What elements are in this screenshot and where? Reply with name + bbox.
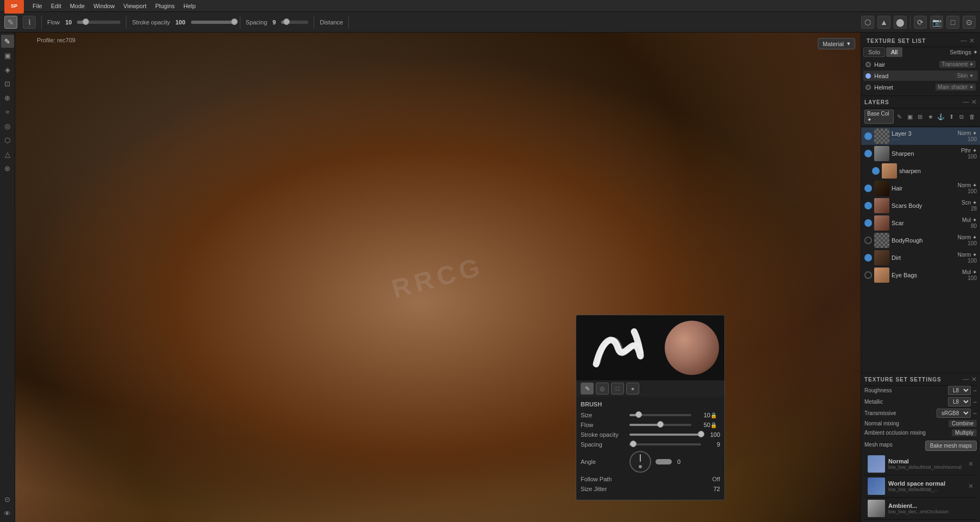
layer-item[interactable]: Hair Norm ✦ 100 [861,180,980,197]
stroke-opacity-slider[interactable] [629,434,701,436]
tool-viewer[interactable]: 👁 [1,507,14,520]
size-lock-icon[interactable]: 🔒 [710,412,720,418]
flow-lock-icon[interactable]: 🔒 [710,422,720,428]
tool-clone[interactable]: ⊕ [1,91,14,104]
layer-item[interactable]: Sharpen Pthr ✦ 100 [861,145,980,162]
tool-texcoord[interactable]: ⊛ [1,162,14,175]
layer-visibility-toggle[interactable] [872,167,880,175]
menu-edit[interactable]: Edit [51,3,61,9]
ws-normal-map-close-btn[interactable]: ✕ [968,482,973,490]
layer-blend[interactable]: Norm ✦ [958,252,977,258]
layer-group-btn[interactable]: ⊞ [915,111,925,122]
camera-btn[interactable]: 📷 [930,16,943,29]
bake-mesh-maps-btn[interactable]: Bake mesh maps [925,441,977,451]
spacing-slider[interactable] [281,21,308,24]
layer-item[interactable]: Eye Bags Mul ✦ 100 [861,266,980,284]
tss-minimize-btn[interactable]: — [963,375,969,383]
brush-tab-square[interactable]: □ [611,383,624,394]
angle-dial[interactable] [629,451,651,473]
layer-opacity[interactable]: 100 [962,275,977,281]
tss-close-btn[interactable]: ✕ [971,375,977,383]
metallic-minus-btn[interactable]: − [973,398,977,406]
layer-opacity[interactable]: 100 [958,240,977,246]
layer-import-btn[interactable]: ⬆ [947,111,956,122]
layer-visibility-toggle[interactable] [864,202,872,209]
layer-blend[interactable]: Pthr ✦ [961,148,977,154]
layer-add-fill-btn[interactable]: ▣ [905,111,914,122]
layer-anchor-btn[interactable]: ⚓ [936,111,945,122]
menu-viewport[interactable]: Viewport [123,3,147,9]
layer-opacity[interactable]: 80 [962,223,977,229]
normal-mixing-value[interactable]: Combine [949,420,977,427]
menu-mode[interactable]: Mode [70,3,85,9]
tab-solo[interactable]: Solo [863,47,885,57]
layer-blend[interactable]: Norm ✦ [958,234,977,240]
layer-item[interactable]: Dirt Norm ✦ 100 [861,249,980,266]
roughness-minus-btn[interactable]: − [973,387,977,394]
layer-blend[interactable]: Norm ✦ [958,182,977,188]
spacing-slider[interactable] [629,443,701,445]
texture-set-helmet[interactable]: Helmet Main shader ✦ [863,82,978,92]
size-slider[interactable] [629,414,691,416]
brush-tool-btn[interactable]: ✎ [4,16,17,29]
brush-tab-circle[interactable]: ● [626,383,639,394]
layer-item[interactable]: sharpen [861,162,980,180]
render-btn[interactable]: ⟳ [914,16,927,29]
transmissive-minus-btn[interactable]: − [973,410,977,417]
layer-blend[interactable]: Norm ✦ [958,130,977,136]
layer-opacity[interactable]: 100 [961,154,977,160]
material-dropdown[interactable]: Material ▾ [818,38,855,49]
menu-file[interactable]: File [33,3,42,9]
tsl-close-btn[interactable]: ✕ [969,37,975,44]
layer-filter[interactable]: Base Col ✦ [864,110,894,124]
tool-erase[interactable]: ◎ [1,119,14,132]
smudge-tool-btn[interactable]: ⌇ [23,16,36,29]
tsl-settings-btn[interactable]: Settings ✦ [950,49,978,56]
layer-opacity[interactable]: 28 [962,206,977,212]
texture-set-hair[interactable]: Hair Transarent ✦ [863,59,978,69]
ao-mixing-value[interactable]: Multiply [952,429,977,436]
menu-help[interactable]: Help [183,3,196,9]
layer-visibility-toggle[interactable] [864,271,872,279]
layer-add-paint-btn[interactable]: ✎ [895,111,904,122]
layer-opacity[interactable]: 100 [958,188,977,194]
icon-btn-2[interactable]: ▲ [877,16,890,29]
layer-visibility-toggle[interactable] [864,150,872,157]
metallic-select[interactable]: L8 [948,397,971,406]
layer-item[interactable]: BodyRough Norm ✦ 100 [861,232,980,249]
tool-smear[interactable]: ≈ [1,105,14,118]
tool-picker[interactable]: ⊙ [1,493,14,506]
layer-opacity[interactable]: 100 [958,258,977,264]
layer-blend[interactable]: Mul ✦ [962,269,977,275]
tool-select[interactable]: ⬡ [1,133,14,147]
roughness-select[interactable]: L8 [948,386,971,395]
texture-set-head[interactable]: Head Skin ✦ [863,71,978,81]
tool-geometry[interactable]: △ [1,148,14,161]
flow-slider[interactable] [77,21,120,24]
layers-close-btn[interactable]: ✕ [971,98,977,106]
menu-window[interactable]: Window [93,3,114,9]
tab-all[interactable]: All [886,47,902,57]
layer-item[interactable]: Scar Mul ✦ 80 [861,214,980,232]
flow-slider[interactable] [629,424,691,426]
layer-delete-btn[interactable]: 🗑 [968,111,977,122]
layer-item[interactable]: Scars Body Scn ✦ 28 [861,197,980,214]
brush-tab-paint[interactable]: ✎ [581,383,594,394]
transmissive-select[interactable]: sRGB8 [937,409,971,418]
layer-visibility-toggle[interactable] [864,237,872,244]
head-radio[interactable] [866,73,871,79]
screen-btn[interactable]: □ [946,16,959,29]
hair-radio[interactable] [866,62,871,67]
layer-copy-btn[interactable]: ⧉ [957,111,966,122]
layer-blend[interactable]: Mul ✦ [962,217,977,223]
layer-visibility-toggle[interactable] [864,184,872,192]
layer-visibility-toggle[interactable] [864,132,872,140]
tool-paint[interactable]: ✎ [1,35,14,48]
tsl-minimize-btn[interactable]: — [960,37,967,44]
tool-projection[interactable]: ⊡ [1,77,14,90]
layer-visibility-toggle[interactable] [864,219,872,227]
layer-effect-btn[interactable]: ★ [926,111,935,122]
brush-tab-erase[interactable]: ◎ [596,383,609,394]
tool-fill[interactable]: ▣ [1,49,14,62]
layer-item[interactable]: Layer 3 ----- Norm ✦ 100 [861,128,980,145]
